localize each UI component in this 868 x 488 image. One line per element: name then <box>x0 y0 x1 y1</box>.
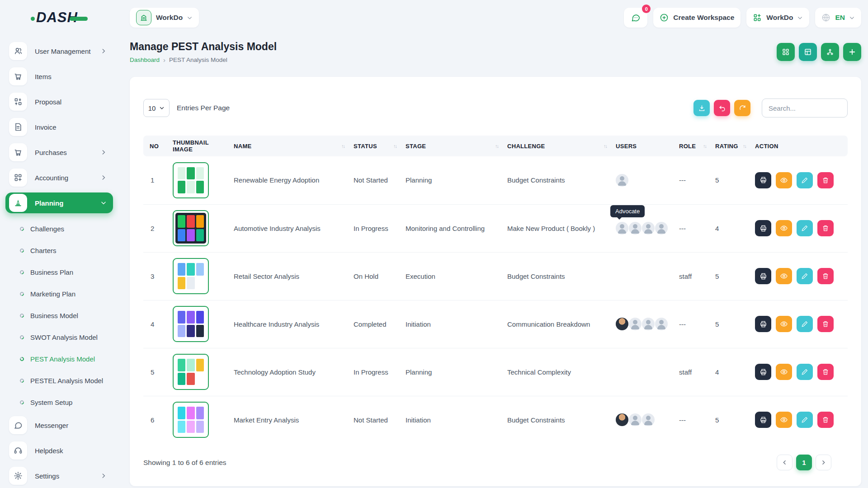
action-cell <box>750 396 848 444</box>
delete-button[interactable] <box>817 316 834 332</box>
column-header-name[interactable]: NAME↑↓ <box>229 136 349 156</box>
thumbnail-image[interactable] <box>173 258 209 294</box>
workspace-switcher[interactable]: WorkDo <box>130 8 199 28</box>
user-avatar[interactable] <box>629 318 642 330</box>
view-button[interactable] <box>776 316 792 332</box>
entries-per-page-select[interactable]: 10 <box>143 99 170 117</box>
row-number: 1 <box>143 156 168 204</box>
sidebar-item-challenges[interactable]: Challenges <box>0 218 118 239</box>
previous-page-button[interactable] <box>777 455 793 470</box>
chevron-down-icon <box>159 105 165 111</box>
column-header-status[interactable]: STATUS↑↓ <box>349 136 401 156</box>
search-input[interactable] <box>762 99 848 117</box>
sort-icon[interactable]: ↑↓ <box>743 143 746 149</box>
messages-button[interactable]: 0 <box>624 8 647 28</box>
sidebar-item-purchases[interactable]: Purchases <box>5 142 113 163</box>
user-avatar[interactable] <box>629 413 642 426</box>
edit-button[interactable] <box>797 220 813 236</box>
thumbnail-image[interactable] <box>173 306 209 342</box>
sidebar-item-planning[interactable]: Planning <box>5 192 113 213</box>
stage-cell: Execution <box>401 252 503 300</box>
sort-icon[interactable]: ↑↓ <box>703 143 706 149</box>
print-button[interactable] <box>755 364 771 380</box>
add-new-button[interactable] <box>843 43 861 61</box>
delete-button[interactable] <box>817 172 834 188</box>
sidebar-item-helpdesk[interactable]: Helpdesk <box>5 440 113 461</box>
traffic-cone-icon <box>9 194 27 212</box>
edit-button[interactable] <box>797 172 813 188</box>
sidebar-item-items[interactable]: Items <box>5 66 113 87</box>
user-avatar[interactable] <box>629 222 642 235</box>
sort-icon[interactable]: ↑↓ <box>495 143 498 149</box>
export-button[interactable] <box>693 100 710 116</box>
view-button[interactable] <box>776 220 792 236</box>
thumbnail-image[interactable] <box>173 402 209 438</box>
column-header-rating[interactable]: RATING↑↓ <box>711 136 750 156</box>
user-avatar[interactable] <box>642 413 655 426</box>
sidebar-item-system-setup[interactable]: System Setup <box>0 391 118 413</box>
sidebar-item-pestel-analysis-model[interactable]: PESTEL Analysis Model <box>0 370 118 391</box>
edit-button[interactable] <box>797 316 813 332</box>
page-1-button[interactable]: 1 <box>796 455 812 470</box>
print-button[interactable] <box>755 268 771 284</box>
sidebar-item-business-plan[interactable]: Business Plan <box>0 261 118 283</box>
edit-button[interactable] <box>797 364 813 380</box>
sidebar-item-messenger[interactable]: Messenger <box>5 415 113 436</box>
user-avatar-photo[interactable] <box>616 318 628 330</box>
sidebar-item-proposal[interactable]: Proposal <box>5 91 113 112</box>
next-page-button[interactable] <box>816 455 831 470</box>
sidebar-item-accounting[interactable]: Accounting <box>5 167 113 188</box>
sidebar-item-charters[interactable]: Charters <box>0 239 118 261</box>
thumbnail-image[interactable] <box>173 354 209 390</box>
sidebar-item-pest-analysis-model[interactable]: PEST Analysis Model <box>0 348 118 370</box>
edit-button[interactable] <box>797 268 813 284</box>
sidebar-item-user-management[interactable]: User Management <box>5 41 113 61</box>
edit-button[interactable] <box>797 412 813 428</box>
user-avatar-photo[interactable] <box>616 413 628 426</box>
delete-button[interactable] <box>817 268 834 284</box>
workdo-menu-button[interactable]: WorkDo <box>746 8 809 28</box>
column-header-challenge[interactable]: CHALLENGE↑↓ <box>503 136 611 156</box>
view-button[interactable] <box>776 268 792 284</box>
brand-logo[interactable]: DASH <box>0 10 118 25</box>
hierarchy-view-button[interactable] <box>821 43 839 61</box>
pencil-icon <box>801 320 808 328</box>
user-avatar[interactable] <box>616 222 628 235</box>
breadcrumb-dashboard-link[interactable]: Dashboard <box>130 56 160 63</box>
delete-button[interactable] <box>817 220 834 236</box>
delete-button[interactable] <box>817 364 834 380</box>
row-number: 5 <box>143 348 168 396</box>
sort-icon[interactable]: ↑↓ <box>393 143 396 149</box>
sidebar-item-settings[interactable]: Settings <box>5 465 113 486</box>
print-button[interactable] <box>755 220 771 236</box>
view-button[interactable] <box>776 172 792 188</box>
language-selector[interactable]: EN <box>815 8 861 28</box>
create-workspace-button[interactable]: Create Workspace <box>653 8 741 28</box>
user-avatar[interactable] <box>655 318 668 330</box>
thumbnail-image[interactable] <box>173 162 209 198</box>
grid-view-button[interactable] <box>777 43 795 61</box>
sidebar-item-swot-analysis-model[interactable]: SWOT Analysis Model <box>0 326 118 348</box>
sidebar-item-invoice[interactable]: Invoice <box>5 117 113 137</box>
view-button[interactable] <box>776 412 792 428</box>
view-button[interactable] <box>776 364 792 380</box>
sort-icon[interactable]: ↑↓ <box>341 143 344 149</box>
sort-icon[interactable]: ↑↓ <box>604 143 607 149</box>
print-button[interactable] <box>755 412 771 428</box>
pencil-icon <box>801 416 808 423</box>
thumbnail-image[interactable] <box>173 210 209 246</box>
refresh-button[interactable] <box>734 100 750 116</box>
column-header-stage[interactable]: STAGE↑↓ <box>401 136 503 156</box>
user-avatar[interactable] <box>642 318 655 330</box>
user-avatar[interactable] <box>655 222 668 235</box>
reset-button[interactable] <box>714 100 730 116</box>
sidebar-item-marketing-plan[interactable]: Marketing Plan <box>0 283 118 305</box>
print-button[interactable] <box>755 172 771 188</box>
user-avatar[interactable] <box>642 222 655 235</box>
delete-button[interactable] <box>817 412 834 428</box>
print-button[interactable] <box>755 316 771 332</box>
column-header-role[interactable]: ROLE↑↓ <box>675 136 711 156</box>
sidebar-item-business-model[interactable]: Business Model <box>0 305 118 326</box>
table-view-button[interactable] <box>799 43 817 61</box>
user-avatar[interactable] <box>616 174 628 187</box>
